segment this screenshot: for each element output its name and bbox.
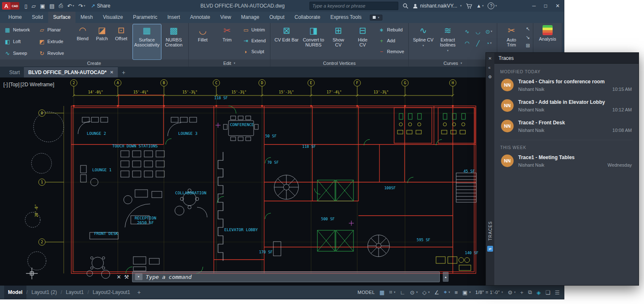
- project-to-points-icon-button[interactable]: ⊞: [526, 43, 530, 49]
- snap-icon[interactable]: ⌗▾: [389, 289, 395, 296]
- file-tab-start[interactable]: Start: [5, 67, 24, 77]
- model-space-button[interactable]: MODEL: [358, 290, 375, 295]
- close-button[interactable]: ✕: [556, 3, 560, 9]
- minimize-button[interactable]: ─: [532, 3, 536, 9]
- isodraft-icon[interactable]: ◇▾: [422, 289, 430, 296]
- open-folder-icon[interactable]: ▱: [30, 3, 37, 9]
- show-cv-button[interactable]: ⊞ShowCV: [327, 24, 350, 59]
- lineweight-icon[interactable]: ≡: [454, 289, 458, 296]
- loft-button[interactable]: ◧Loft: [3, 36, 36, 47]
- grid-icon[interactable]: ▦: [379, 289, 384, 296]
- object-snap-icon[interactable]: ⌖▾: [444, 289, 450, 296]
- command-input[interactable]: ▾ Type a command: [132, 271, 440, 282]
- add-layout-button[interactable]: +: [138, 289, 141, 296]
- panel-footer-create[interactable]: Create: [0, 59, 188, 67]
- selection-cycling-icon[interactable]: ▣▾: [462, 289, 471, 296]
- search-icon[interactable]: [402, 3, 408, 9]
- clean-screen-icon[interactable]: ❏: [545, 289, 551, 296]
- save-icon[interactable]: ▣: [38, 3, 47, 9]
- revolve-button[interactable]: ↻Revolve: [37, 48, 71, 59]
- patch-button[interactable]: ◪Patch: [93, 24, 111, 41]
- close-palette-icon[interactable]: ✕: [488, 56, 492, 61]
- ribbon-tab-annotate[interactable]: Annotate: [185, 12, 215, 23]
- layout-tab-model[interactable]: Model: [4, 286, 26, 299]
- app-menu-logo[interactable]: A CAD: [2, 2, 19, 10]
- help-button[interactable]: ? ▾: [488, 3, 497, 9]
- save-as-icon[interactable]: ▤: [48, 3, 56, 9]
- maximize-button[interactable]: □: [544, 3, 547, 9]
- spline-fit-icon-button[interactable]: ∿: [462, 26, 472, 37]
- add-button[interactable]: +Add: [377, 35, 405, 46]
- viewport-style-control[interactable]: [2D Wireframe]: [21, 82, 55, 88]
- blend-button[interactable]: ◠Blend: [74, 24, 91, 41]
- auto-hide-icon[interactable]: «: [488, 65, 492, 70]
- new-file-icon[interactable]: ▯: [23, 3, 29, 9]
- extrude-button[interactable]: ◩Extrude: [37, 36, 71, 47]
- ribbon-tab-visualize[interactable]: Visualize: [98, 12, 128, 23]
- ribbon-tab-insert[interactable]: Insert: [162, 12, 185, 23]
- sculpt-button[interactable]: ◗Sculpt: [242, 46, 267, 57]
- panel-footer-curves[interactable]: Curves▾: [409, 59, 497, 67]
- viewport-pane-control[interactable]: [-]: [3, 82, 8, 88]
- trace-item[interactable]: NNTrace2 - Front DeskNishant Naik10:08 A…: [500, 116, 633, 137]
- extract-isolines-button[interactable]: ≋ExtractIsolines▾: [436, 24, 459, 59]
- project-to-ucs-icon-button[interactable]: ↘: [526, 34, 530, 40]
- blend-curve-icon-button[interactable]: ◡: [473, 26, 483, 37]
- autodesk-access-icon[interactable]: ▲ ▾: [476, 3, 483, 9]
- customize-command-icon[interactable]: ⚒: [124, 274, 129, 280]
- extend-button[interactable]: ⇥Extend: [242, 35, 267, 46]
- trace-item[interactable]: NNTrace4 - Chairs for conference roomNis…: [500, 75, 633, 95]
- annotation-scale[interactable]: 1/8" = 1'-0"▾: [475, 290, 503, 295]
- ribbon-tab-mesh[interactable]: Mesh: [75, 12, 98, 23]
- cart-icon[interactable]: [466, 3, 472, 9]
- command-scroll-icon[interactable]: ▴: [443, 272, 449, 282]
- file-tab-blvd-office-plan-autocad[interactable]: BLVD OFFICE_PLAN-AUTOCAD*✕: [24, 67, 117, 77]
- ribbon-tab-express-tools[interactable]: Express Tools: [325, 12, 366, 23]
- annotation-monitor-icon[interactable]: +: [520, 289, 524, 296]
- object-snap-tracking-icon[interactable]: ∠: [434, 289, 439, 296]
- rebuild-button[interactable]: ∗Rebuild: [377, 24, 405, 35]
- remove-button[interactable]: −Remove: [377, 46, 405, 57]
- network-button[interactable]: ▦Network: [3, 24, 36, 35]
- sweep-button[interactable]: ∿Sweep: [3, 48, 36, 59]
- trim-button[interactable]: ✂Trim: [216, 24, 239, 59]
- untrim-button[interactable]: ▭Untrim: [242, 24, 267, 35]
- ribbon-display-toggle[interactable]: ▾: [370, 15, 382, 21]
- palette-anchor-icon[interactable]: ⇄: [487, 246, 493, 252]
- cv-edit-bar-button[interactable]: ⊠CV Edit Bar: [273, 24, 300, 59]
- redo-icon[interactable]: ↷▾: [77, 3, 87, 9]
- ortho-icon[interactable]: ∟: [400, 289, 405, 296]
- search-input[interactable]: [309, 2, 398, 10]
- project-to-view-icon-button[interactable]: ↖: [526, 26, 530, 32]
- ribbon-tab-view[interactable]: View: [215, 12, 236, 23]
- ribbon-tab-home[interactable]: Home: [3, 12, 27, 23]
- share-button[interactable]: ↗ Share: [91, 3, 110, 9]
- customization-icon[interactable]: ☰: [555, 289, 560, 296]
- close-tab-icon[interactable]: ✕: [110, 67, 113, 77]
- panel-footer-edit[interactable]: Edit▾: [189, 59, 270, 67]
- spline-cv-button[interactable]: ∿Spline CV▾: [412, 24, 435, 59]
- circle-icon-button[interactable]: ⊙▾: [484, 26, 494, 37]
- fillet-button[interactable]: ◡Fillet: [192, 24, 214, 59]
- palette-tab-traces[interactable]: TRACES: [488, 221, 493, 241]
- recent-commands-icon[interactable]: ▾: [135, 273, 143, 280]
- planar-button[interactable]: ▱Planar: [37, 24, 71, 35]
- close-command-line-icon[interactable]: ✕: [117, 274, 121, 280]
- ribbon-tab-output[interactable]: Output: [264, 12, 289, 23]
- plot-icon[interactable]: ⎙: [57, 3, 65, 9]
- palette-titlebar[interactable]: ✕«⚙ TRACES ⇄: [486, 53, 494, 285]
- line-icon-button[interactable]: ╱: [473, 38, 483, 49]
- undo-icon[interactable]: ↶▾: [65, 3, 75, 9]
- ribbon-tab-solid[interactable]: Solid: [27, 12, 48, 23]
- drawing-canvas[interactable]: [-] [Top] [2D Wireframe] 2ABCDEFGH14'-0¾…: [0, 77, 564, 286]
- trace-item[interactable]: NNTrace3 - Add table in Elevator LobbyNi…: [500, 95, 633, 116]
- ribbon-tab-parametric[interactable]: Parametric: [128, 12, 162, 23]
- workspace-gear-icon[interactable]: ⚙▾: [508, 289, 516, 296]
- surface-associativity-button[interactable]: ▦SurfaceAssociativity: [133, 24, 161, 59]
- ellipse-icon-button[interactable]: ◔▾: [484, 38, 494, 49]
- ribbon-tab-surface[interactable]: Surface: [48, 12, 75, 23]
- ribbon-tab-collaborate[interactable]: Collaborate: [290, 12, 325, 23]
- user-account-button[interactable]: nishant.naikVY... ▾: [413, 3, 462, 9]
- nurbs-creation-button[interactable]: ▩NURBSCreation: [163, 24, 185, 59]
- viewport-view-control[interactable]: [Top]: [9, 82, 20, 88]
